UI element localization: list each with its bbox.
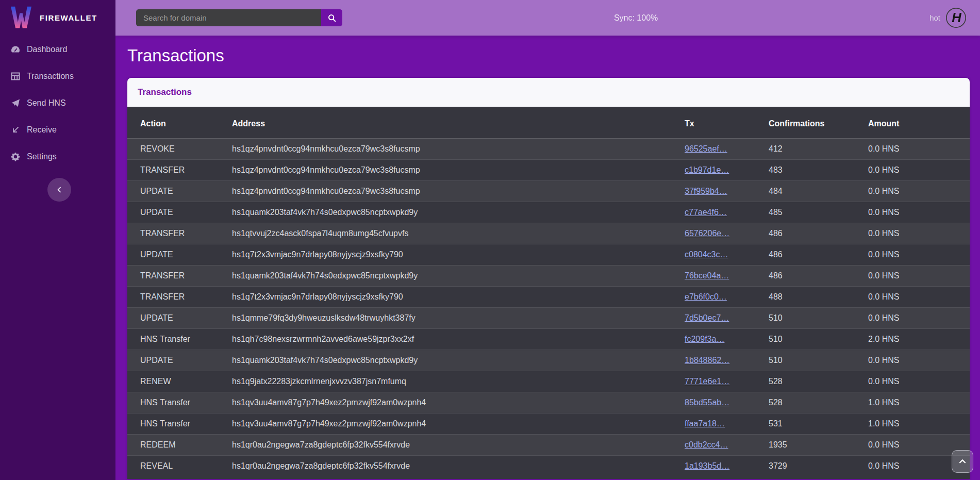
cell-amount: 0.0 HNS: [864, 223, 970, 244]
tx-link[interactable]: 1a193b5d…: [685, 461, 729, 470]
cell-action: RENEW: [127, 371, 228, 392]
cell-action: UPDATE: [127, 181, 228, 202]
table-row: REVEAL hs1qr0au2ngegwa7za8gdeptc6fp32fkv…: [127, 456, 970, 477]
cell-confirmations: 510: [765, 329, 864, 350]
table-row: TRANSFER hs1q7t2x3vmjac9n7drlapy08nyjysc…: [127, 287, 970, 308]
cell-confirmations: 486: [765, 266, 864, 287]
card-header: Transactions: [127, 78, 970, 107]
cell-address: hs1qtvvuj2zc4asck0fspa7l4uqm8umg45cfvupv…: [228, 223, 680, 244]
cell-amount: 0.0 HNS: [864, 244, 970, 266]
chevron-left-icon: [55, 186, 63, 194]
cell-amount: 0.0 HNS: [864, 181, 970, 202]
sidebar-item-settings[interactable]: Settings: [0, 143, 115, 170]
table-row: UPDATE hs1q7t2x3vmjac9n7drlapy08nyjyscjz…: [127, 244, 970, 266]
cell-confirmations: 485: [765, 202, 864, 223]
tx-link[interactable]: c77ae4f6…: [685, 208, 727, 217]
column-header-tx: Tx: [680, 107, 765, 139]
column-header-address: Address: [228, 107, 680, 139]
sidebar: FIREWALLET Dashboard Transactions Send H…: [0, 0, 115, 480]
tx-link[interactable]: c0db2cc4…: [685, 440, 728, 449]
tx-link[interactable]: 96525aef…: [685, 144, 727, 153]
sidebar-item-label: Dashboard: [27, 45, 67, 54]
cell-action: TRANSFER: [127, 266, 228, 287]
card-title: Transactions: [138, 87, 192, 97]
table-row: UPDATE hs1quamk203taf4vk7h74s0edxpwc85nc…: [127, 202, 970, 223]
cell-confirmations: 528: [765, 371, 864, 392]
cell-address: hs1q9jatx22283jzkcmlrnenjxvvzv387jsn7mfu…: [228, 371, 680, 392]
cell-confirmations: 3729: [765, 456, 864, 477]
tx-link[interactable]: 85bd55ab…: [685, 398, 729, 407]
handshake-logo-icon[interactable]: H: [945, 7, 967, 28]
cell-amount: 2.0 HNS: [864, 329, 970, 350]
brand[interactable]: FIREWALLET: [0, 0, 115, 36]
sidebar-item-send-hns[interactable]: Send HNS: [0, 90, 115, 117]
search-input[interactable]: [136, 9, 321, 26]
sidebar-item-transactions[interactable]: Transactions: [0, 63, 115, 90]
cell-action: REDEEM: [127, 435, 228, 456]
app-title: FIREWALLET: [40, 13, 97, 22]
table-row: UPDATE hs1qz4pnvdnt0ccg94nmkhcu0ezca79wc…: [127, 181, 970, 202]
chevron-up-icon: [958, 457, 967, 466]
sidebar-nav: Dashboard Transactions Send HNS Receive: [0, 36, 115, 170]
sidebar-collapse-button[interactable]: [47, 178, 71, 202]
sidebar-item-label: Send HNS: [27, 98, 66, 108]
sidebar-item-receive[interactable]: Receive: [0, 117, 115, 143]
domain-search: [136, 9, 342, 26]
tx-link[interactable]: c1b97d1e…: [685, 165, 729, 174]
cell-address: hs1qr0au2ngegwa7za8gdeptc6fp32fkv554fxrv…: [228, 456, 680, 477]
cell-confirmations: 486: [765, 244, 864, 266]
table-row: REVOKE hs1qz4pnvdnt0ccg94nmkhcu0ezca79wc…: [127, 139, 970, 160]
cell-action: UPDATE: [127, 244, 228, 266]
cell-amount: 1.0 HNS: [864, 413, 970, 435]
cell-address: hs1qmme79fq3dy9hweuzuslksdw48trwuyhkt387…: [228, 308, 680, 329]
table-row: UPDATE hs1qmme79fq3dy9hweuzuslksdw48trwu…: [127, 308, 970, 329]
cell-address: hs1qr0au2ngegwa7za8gdeptc6fp32fkv554fxrv…: [228, 435, 680, 456]
receive-arrow-icon: [10, 125, 21, 135]
column-header-action: Action: [127, 107, 228, 139]
table-row: HNS Transfer hs1qv3uu4amv87g7p7h49xez2pm…: [127, 413, 970, 435]
scroll-to-top-button[interactable]: [952, 450, 973, 473]
cell-amount: 0.0 HNS: [864, 287, 970, 308]
cell-confirmations: 488: [765, 287, 864, 308]
tx-link[interactable]: e7b6f0c0…: [685, 292, 727, 301]
tx-link[interactable]: 37f959b4…: [685, 187, 727, 195]
tx-link[interactable]: 6576206e…: [685, 229, 729, 238]
cell-confirmations: 528: [765, 392, 864, 413]
transactions-card: Transactions Action Address Tx Confirmat…: [127, 78, 970, 479]
table-row: UPDATE hs1quamk203taf4vk7h74s0edxpwc85nc…: [127, 350, 970, 371]
cell-amount: 0.0 HNS: [864, 160, 970, 181]
svg-text:H: H: [952, 10, 961, 25]
table-row: TRANSFER hs1qtvvuj2zc4asck0fspa7l4uqm8um…: [127, 223, 970, 244]
main-content: Transactions Transactions Action Address…: [115, 0, 980, 479]
tx-link[interactable]: 7d5b0ec7…: [685, 313, 729, 322]
cell-action: HNS Transfer: [127, 329, 228, 350]
cell-action: UPDATE: [127, 350, 228, 371]
cell-action: TRANSFER: [127, 287, 228, 308]
cell-action: REVOKE: [127, 139, 228, 160]
cell-address: hs1qh7c98nexsrzwrmnh2avved6awe59jzpr3xx2…: [228, 329, 680, 350]
cell-confirmations: 531: [765, 413, 864, 435]
sidebar-item-dashboard[interactable]: Dashboard: [0, 36, 115, 63]
cell-address: hs1qz4pnvdnt0ccg94nmkhcu0ezca79wc3s8fucs…: [228, 181, 680, 202]
gear-icon: [10, 152, 21, 162]
search-button[interactable]: [321, 9, 342, 26]
tx-link[interactable]: fc209f3a…: [685, 335, 724, 343]
cell-action: TRANSFER: [127, 160, 228, 181]
tx-link[interactable]: c0804c3c…: [685, 250, 728, 259]
wallet-indicator: hot H: [929, 7, 980, 28]
cell-amount: 0.0 HNS: [864, 202, 970, 223]
table-row: RENEW hs1q9jatx22283jzkcmlrnenjxvvzv387j…: [127, 371, 970, 392]
sidebar-item-label: Settings: [27, 152, 57, 161]
cell-amount: 0.0 HNS: [864, 139, 970, 160]
cell-confirmations: 1935: [765, 435, 864, 456]
cell-amount: 0.0 HNS: [864, 266, 970, 287]
table-icon: [10, 71, 21, 81]
tx-link[interactable]: 76bce04a…: [685, 271, 729, 280]
cell-address: hs1quamk203taf4vk7h74s0edxpwc85ncptxwpkd…: [228, 350, 680, 371]
topbar: Sync: 100% hot H: [115, 0, 980, 36]
tx-link[interactable]: 1b848862…: [685, 356, 729, 365]
tx-link[interactable]: 7771e6e1…: [685, 377, 729, 386]
tx-link[interactable]: ffaa7a18…: [685, 419, 725, 428]
cell-address: hs1q7t2x3vmjac9n7drlapy08nyjyscjz9xsfky7…: [228, 244, 680, 266]
cell-confirmations: 486: [765, 223, 864, 244]
